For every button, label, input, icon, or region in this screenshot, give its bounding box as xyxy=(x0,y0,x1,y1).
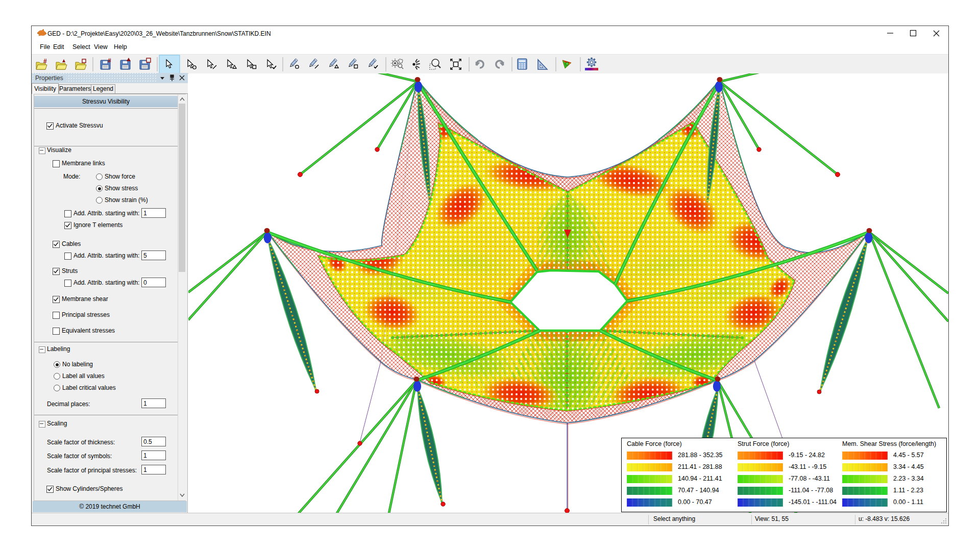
svg-text:#: # xyxy=(43,58,47,65)
svg-text:#: # xyxy=(108,57,111,64)
